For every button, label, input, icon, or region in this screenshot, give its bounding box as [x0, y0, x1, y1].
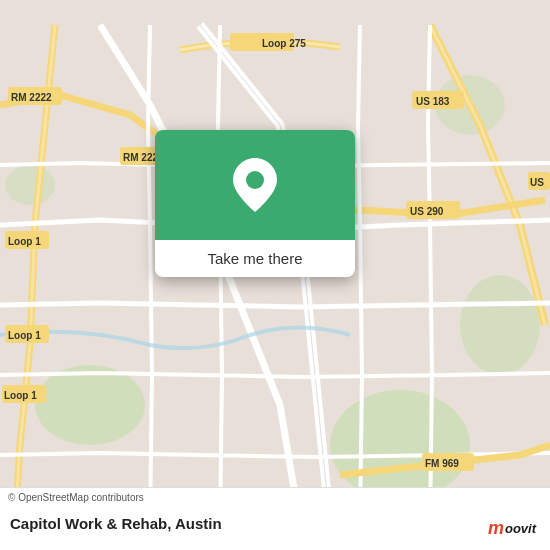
moovit-text: oovit	[505, 521, 536, 536]
svg-text:Loop 275: Loop 275	[262, 38, 306, 49]
location-pin-icon	[233, 158, 277, 212]
bottom-bar: © OpenStreetMap contributors Capitol Wor…	[0, 487, 550, 550]
svg-text:US 290: US 290	[410, 206, 444, 217]
moovit-logo: m oovit	[482, 515, 542, 542]
svg-point-2	[330, 390, 470, 500]
svg-point-3	[460, 275, 540, 375]
svg-text:Loop 1: Loop 1	[8, 236, 41, 247]
popup-green-header	[155, 130, 355, 240]
map-container: Loop 275 US 183 RM 2222 RM 2222 US 290 L…	[0, 0, 550, 550]
svg-point-1	[35, 365, 145, 445]
osm-attribution: © OpenStreetMap contributors	[0, 487, 550, 507]
popup-card: Take me there	[155, 130, 355, 277]
moovit-letter: m	[488, 518, 504, 539]
svg-point-5	[5, 165, 55, 205]
svg-point-28	[246, 171, 264, 189]
svg-text:US: US	[530, 177, 544, 188]
place-title: Capitol Work & Rehab, Austin	[0, 507, 232, 542]
svg-text:Loop 1: Loop 1	[8, 330, 41, 341]
svg-text:RM 2222: RM 2222	[11, 92, 52, 103]
svg-text:Loop 1: Loop 1	[4, 390, 37, 401]
take-me-there-button[interactable]: Take me there	[155, 240, 355, 277]
svg-text:US 183: US 183	[416, 96, 450, 107]
svg-text:FM 969: FM 969	[425, 458, 459, 469]
